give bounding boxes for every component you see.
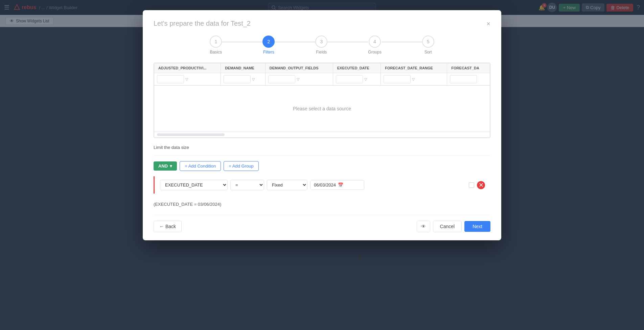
- filter-input-4[interactable]: [336, 75, 363, 83]
- modal-close-button[interactable]: ×: [486, 20, 490, 27]
- step-circle-5: 5: [422, 36, 434, 48]
- remove-condition-button[interactable]: ✕: [477, 181, 485, 189]
- data-table: ADJUSTED_PRODUCTIVI... DEMAND_NAME DEMAN…: [154, 63, 490, 138]
- filter-cell-2: ▽: [221, 73, 266, 86]
- horizontal-scrollbar[interactable]: [157, 133, 225, 136]
- next-button[interactable]: Next: [464, 221, 490, 232]
- condition-operator-select[interactable]: =: [230, 180, 264, 190]
- filter-builder-header: AND ▾ + Add Condition + Add Group: [154, 161, 490, 171]
- modal-header: Let's prepare the data for Test_2 ×: [154, 20, 490, 27]
- filter-cell-5: ▽: [381, 73, 447, 86]
- col-forecast-range: FORECAST_DATE_RANGE: [381, 63, 447, 73]
- back-button[interactable]: ← Back: [154, 221, 182, 232]
- modal-title: Let's prepare the data for Test_2: [154, 20, 251, 27]
- step-connector-3: [327, 42, 368, 42]
- steps-bar: 1 Basics 2 Filters 3 Fields 4 Groups 5 S…: [154, 36, 490, 54]
- col-adjusted: ADJUSTED_PRODUCTIVI...: [154, 63, 221, 73]
- col-demand-output: DEMAND_OUTPUT_FIELDS: [265, 63, 333, 73]
- condition-row: EXECUTED_DATE = Fixed 06/03/2024 📅 ✕: [154, 176, 490, 194]
- col-forecast-da: FORECAST_DA: [447, 63, 490, 73]
- condition-field-select[interactable]: EXECUTED_DATE: [160, 180, 228, 190]
- filter-expression: (EXECUTED_DATE = 03/06/2024): [154, 199, 490, 210]
- col-executed-date: EXECUTED_DATE: [333, 63, 381, 73]
- step-label-2: Filters: [263, 50, 274, 54]
- data-table-scroll[interactable]: ADJUSTED_PRODUCTIVI... DEMAND_NAME DEMAN…: [154, 63, 490, 138]
- step-label-1: Basics: [210, 50, 222, 54]
- step-label-3: Fields: [316, 50, 327, 54]
- step-sort[interactable]: 5 Sort: [422, 36, 434, 54]
- step-fields[interactable]: 3 Fields: [315, 36, 327, 54]
- filter-icon-3[interactable]: ▽: [297, 77, 299, 82]
- step-basics[interactable]: 1 Basics: [210, 36, 222, 54]
- and-chevron-icon: ▾: [170, 163, 172, 169]
- col-demand-name: DEMAND_NAME: [221, 63, 266, 73]
- and-label: AND: [158, 163, 168, 169]
- filter-input-1[interactable]: [157, 75, 184, 83]
- data-table-container: ADJUSTED_PRODUCTIVI... DEMAND_NAME DEMAN…: [154, 63, 490, 138]
- add-group-label: + Add Group: [229, 163, 253, 169]
- filter-input-6[interactable]: [450, 75, 477, 83]
- step-label-5: Sort: [424, 50, 432, 54]
- calendar-icon[interactable]: 📅: [338, 182, 343, 188]
- preview-eye-icon: 👁: [421, 224, 426, 229]
- table-header-row: ADJUSTED_PRODUCTIVI... DEMAND_NAME DEMAN…: [154, 63, 490, 73]
- filter-cell-4: ▽: [333, 73, 381, 86]
- step-connector-2: [275, 42, 315, 42]
- step-circle-3: 3: [315, 36, 327, 48]
- filter-cell-1: ▽: [154, 73, 221, 86]
- cancel-label: Cancel: [440, 224, 455, 229]
- filter-expression-text: (EXECUTED_DATE = 03/06/2024): [154, 202, 221, 207]
- filter-cell-6: [447, 73, 490, 86]
- step-filters[interactable]: 2 Filters: [262, 36, 275, 54]
- filter-icon-5[interactable]: ▽: [412, 77, 415, 82]
- filter-input-5[interactable]: [384, 75, 411, 83]
- filter-input-3[interactable]: [268, 75, 295, 83]
- filter-cell-3: ▽: [265, 73, 333, 86]
- limit-label: Limit the data size: [154, 145, 490, 150]
- add-condition-label: + Add Condition: [185, 163, 216, 169]
- condition-type-select[interactable]: Fixed: [267, 180, 307, 190]
- filter-icon-1[interactable]: ▽: [185, 77, 188, 82]
- filter-input-2[interactable]: [224, 75, 251, 83]
- preview-button[interactable]: 👁: [417, 221, 430, 232]
- add-group-button[interactable]: + Add Group: [224, 161, 258, 171]
- cancel-button[interactable]: Cancel: [433, 221, 462, 232]
- no-data-row: Please select a data source: [154, 86, 490, 132]
- step-connector-4: [382, 42, 422, 42]
- scrollbar-row: [154, 132, 490, 138]
- add-condition-button[interactable]: + Add Condition: [180, 161, 221, 171]
- filter-builder: AND ▾ + Add Condition + Add Group EXECUT…: [154, 155, 490, 194]
- step-circle-1: 1: [210, 36, 222, 48]
- modal-footer: ← Back 👁 Cancel Next: [154, 215, 490, 232]
- step-label-4: Groups: [368, 50, 381, 54]
- step-circle-2: 2: [262, 36, 275, 48]
- filter-icon-2[interactable]: ▽: [252, 77, 255, 82]
- no-data-message: Please select a data source: [154, 86, 490, 132]
- next-label: Next: [473, 224, 482, 229]
- filter-icon-4[interactable]: ▽: [364, 77, 367, 82]
- condition-date-input[interactable]: 06/03/2024 📅: [310, 180, 364, 190]
- step-connector-1: [222, 42, 262, 42]
- step-groups[interactable]: 4 Groups: [368, 36, 381, 54]
- date-value: 06/03/2024: [314, 182, 336, 188]
- back-label: ← Back: [159, 224, 176, 229]
- table-filter-row: ▽ ▽ ▽: [154, 73, 490, 86]
- condition-checkbox[interactable]: [469, 182, 474, 188]
- modal: Let's prepare the data for Test_2 × 1 Ba…: [143, 10, 501, 240]
- and-button[interactable]: AND ▾: [154, 161, 177, 171]
- step-circle-4: 4: [369, 36, 381, 48]
